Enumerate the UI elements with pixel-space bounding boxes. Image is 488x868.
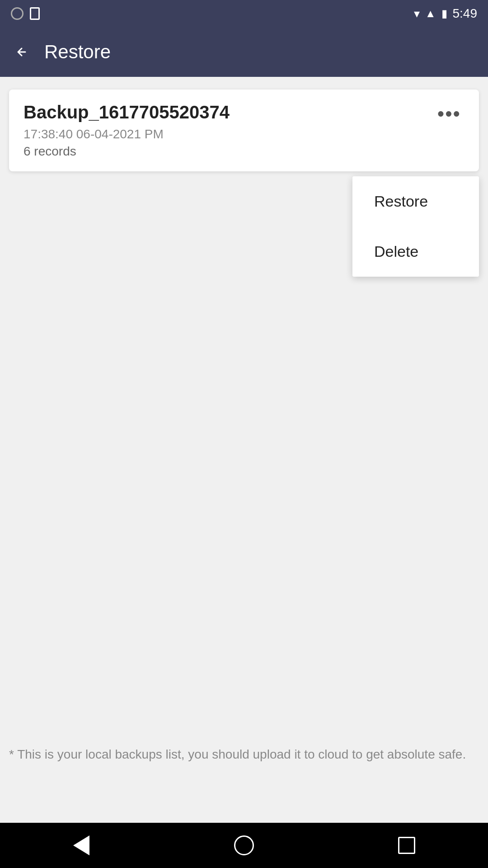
home-nav-button[interactable]	[230, 832, 258, 859]
delete-menu-item[interactable]: Delete	[352, 226, 479, 277]
status-bar: ▾ ▲ ▮ 5:49	[0, 0, 488, 27]
page-title: Restore	[44, 41, 111, 63]
status-bar-left	[11, 7, 40, 20]
restore-menu-item[interactable]: Restore	[352, 176, 479, 226]
bottom-nav	[0, 823, 488, 868]
recents-nav-icon	[398, 837, 415, 854]
recents-nav-button[interactable]	[393, 832, 420, 859]
battery-icon: ▮	[441, 7, 447, 20]
signal-icon: ▲	[425, 7, 436, 20]
sd-card-icon	[30, 7, 40, 20]
home-nav-icon	[234, 835, 254, 855]
status-time: 5:49	[453, 6, 478, 21]
record-icon	[11, 7, 23, 20]
main-content: Backup_1617705520374 17:38:40 06-04-2021…	[0, 77, 488, 823]
context-menu: Restore Delete	[352, 176, 479, 277]
back-nav-icon	[73, 835, 89, 855]
back-button[interactable]	[13, 43, 31, 61]
app-bar: Restore	[0, 27, 488, 77]
status-bar-right: ▾ ▲ ▮ 5:49	[414, 6, 477, 21]
wifi-icon: ▾	[414, 7, 420, 21]
back-nav-button[interactable]	[68, 832, 95, 859]
